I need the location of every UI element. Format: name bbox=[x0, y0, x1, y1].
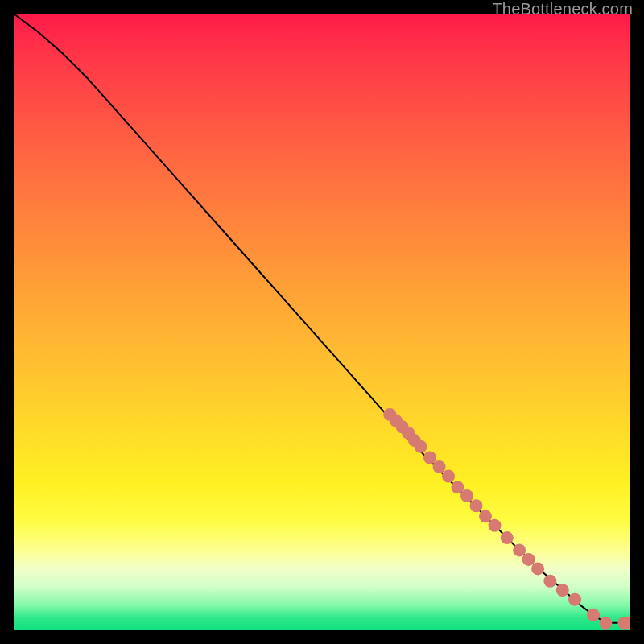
chart-container: TheBottleneck.com bbox=[0, 0, 644, 644]
line-series bbox=[14, 14, 630, 623]
data-marker bbox=[488, 519, 501, 532]
data-marker bbox=[543, 575, 556, 588]
curve-path bbox=[14, 14, 630, 623]
data-marker bbox=[442, 470, 455, 483]
data-marker bbox=[587, 609, 600, 621]
data-marker bbox=[522, 553, 535, 566]
data-marker bbox=[479, 510, 492, 522]
attribution-text: TheBottleneck.com bbox=[492, 0, 633, 19]
chart-svg bbox=[14, 14, 630, 630]
data-marker bbox=[470, 499, 483, 512]
data-marker bbox=[433, 460, 446, 473]
marker-group bbox=[383, 408, 630, 630]
data-marker bbox=[423, 452, 436, 464]
data-marker bbox=[531, 562, 544, 575]
data-marker bbox=[460, 489, 473, 502]
plot-area bbox=[14, 14, 630, 630]
data-marker bbox=[599, 617, 612, 630]
data-marker bbox=[568, 593, 581, 606]
data-marker bbox=[556, 584, 569, 597]
data-marker bbox=[501, 531, 514, 544]
data-marker bbox=[415, 440, 427, 453]
data-marker bbox=[513, 543, 526, 556]
